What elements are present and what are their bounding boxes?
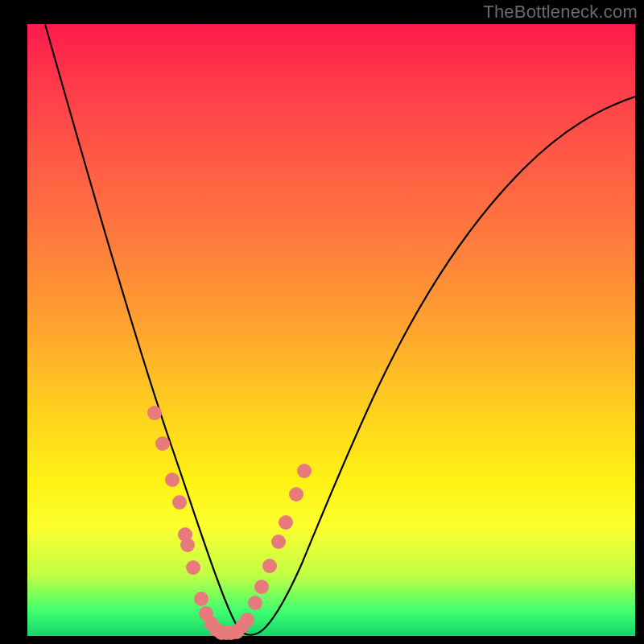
data-dot [180,538,195,552]
data-dot [289,487,303,502]
data-dot [297,464,312,478]
data-dot [155,436,170,451]
chart-frame: TheBottleneck.com [0,0,644,644]
data-dot [240,613,254,627]
dots-group [147,406,312,640]
chart-svg [0,0,644,644]
data-dot [262,559,277,573]
data-dot [254,580,269,594]
data-dot [194,592,208,606]
data-dot [165,473,180,487]
bottleneck-curve [45,24,635,635]
data-dot [172,495,187,510]
data-dot [186,560,200,575]
data-dot [279,515,293,530]
data-dot [271,535,286,549]
data-dot [147,406,162,420]
data-dot [248,596,262,610]
